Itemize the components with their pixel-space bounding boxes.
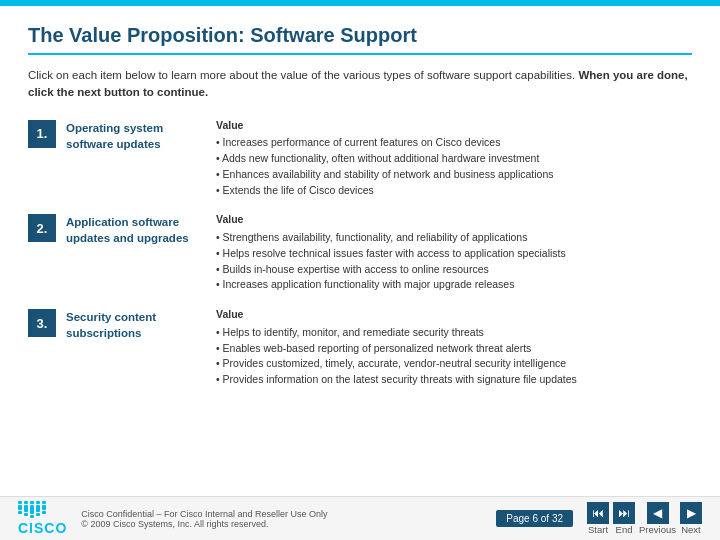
value-list-1: Increases performance of current feature…: [216, 135, 692, 198]
intro-text: Click on each item below to learn more a…: [28, 67, 692, 102]
footer-confidential: Cisco Confidential – For Cisco Internal …: [81, 509, 496, 519]
nav-previous-item[interactable]: ◀ Previous: [639, 502, 676, 535]
nav-end-item[interactable]: ⏭ End: [613, 502, 635, 535]
cisco-logo: CISCO: [18, 501, 67, 536]
cisco-bar: [18, 511, 22, 514]
item-row-3: 3. Security content subscriptions Value …: [28, 307, 692, 388]
list-item: Enables web-based reporting of personali…: [216, 341, 692, 357]
list-item: Enhances availability and stability of n…: [216, 167, 692, 183]
cisco-bar: [36, 505, 40, 512]
value-heading-1: Value: [216, 118, 692, 134]
nav-next-button[interactable]: ▶: [680, 502, 702, 524]
page-badge: Page 6 of 32: [496, 510, 573, 527]
value-list-3: Helps to identify, monitor, and remediat…: [216, 325, 692, 388]
nav-next-label: Next: [681, 524, 701, 535]
cisco-bar: [30, 515, 34, 518]
nav-end-button[interactable]: ⏭: [613, 502, 635, 524]
value-heading-3: Value: [216, 307, 692, 323]
main-content: The Value Proposition: Software Support …: [0, 6, 720, 388]
cisco-bar: [24, 513, 28, 516]
list-item: Provides information on the latest secur…: [216, 372, 692, 388]
cisco-bars-icon: [18, 501, 46, 518]
list-item: Provides customized, timely, accurate, v…: [216, 356, 692, 372]
nav-next-item[interactable]: ▶ Next: [680, 502, 702, 535]
list-item: Extends the life of Cisco devices: [216, 183, 692, 199]
nav-start-button[interactable]: ⏮: [587, 502, 609, 524]
value-list-2: Strengthens availability, functionality,…: [216, 230, 692, 293]
list-item: Increases application functionality with…: [216, 277, 692, 293]
nav-start-label: Start: [588, 524, 608, 535]
item-value-1: Value Increases performance of current f…: [216, 118, 692, 199]
nav-end-label: End: [616, 524, 633, 535]
list-item: Adds new functionality, often without ad…: [216, 151, 692, 167]
cisco-bar: [24, 505, 28, 512]
nav-buttons: ⏮ Start ⏭ End ◀ Previous ▶ Next: [587, 502, 702, 535]
cisco-bar: [42, 511, 46, 514]
item-number-2: 2.: [28, 214, 56, 242]
cisco-bar: [18, 501, 22, 504]
item-label-3: Security content subscriptions: [66, 309, 206, 341]
intro-body: Click on each item below to learn more a…: [28, 69, 575, 81]
cisco-bar: [42, 505, 46, 510]
footer-center: Cisco Confidential – For Cisco Internal …: [81, 509, 496, 529]
item-label-2: Application software updates and upgrade…: [66, 214, 206, 246]
value-heading-2: Value: [216, 212, 692, 228]
list-item: Builds in-house expertise with access to…: [216, 262, 692, 278]
item-value-2: Value Strengthens availability, function…: [216, 212, 692, 293]
cisco-bar: [18, 505, 22, 510]
cisco-bar: [24, 501, 28, 504]
nav-start-item[interactable]: ⏮ Start: [587, 502, 609, 535]
cisco-bar: [42, 501, 46, 504]
cisco-bar: [30, 505, 34, 514]
item-label-1: Operating system software updates: [66, 120, 206, 152]
item-row-2: 2. Application software updates and upgr…: [28, 212, 692, 293]
cisco-bar: [36, 513, 40, 516]
page-title: The Value Proposition: Software Support: [28, 24, 692, 55]
footer: CISCO Cisco Confidential – For Cisco Int…: [0, 496, 720, 540]
cisco-bar: [36, 501, 40, 504]
item-value-3: Value Helps to identify, monitor, and re…: [216, 307, 692, 388]
cisco-bar: [30, 501, 34, 504]
item-number-3: 3.: [28, 309, 56, 337]
list-item: Increases performance of current feature…: [216, 135, 692, 151]
footer-copyright: © 2009 Cisco Systems, Inc. All rights re…: [81, 519, 496, 529]
item-row-1: 1. Operating system software updates Val…: [28, 118, 692, 199]
list-item: Strengthens availability, functionality,…: [216, 230, 692, 246]
item-number-1: 1.: [28, 120, 56, 148]
cisco-wordmark: CISCO: [18, 520, 67, 536]
nav-previous-button[interactable]: ◀: [647, 502, 669, 524]
list-item: Helps to identify, monitor, and remediat…: [216, 325, 692, 341]
nav-previous-label: Previous: [639, 524, 676, 535]
list-item: Helps resolve technical issues faster wi…: [216, 246, 692, 262]
